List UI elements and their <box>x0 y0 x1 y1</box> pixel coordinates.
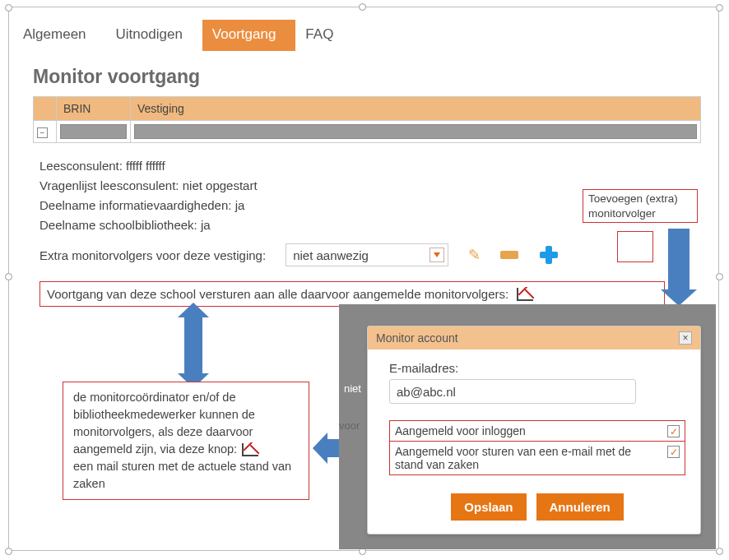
tab-uitnodigen[interactable]: Uitnodigen <box>106 20 202 51</box>
col-vestiging: Vestiging <box>131 97 701 121</box>
arrow-bi-vertical-icon <box>184 316 202 375</box>
checkbox-inloggen-row[interactable]: Aangemeld voor inloggen ✓ <box>389 420 685 442</box>
resize-handle-right[interactable] <box>716 273 723 280</box>
checkbox-checked-icon[interactable]: ✓ <box>667 446 680 458</box>
collapse-icon[interactable]: − <box>37 127 48 138</box>
save-button[interactable]: Opslaan <box>451 493 526 521</box>
send-progress-label: Voortgang van deze school versturen aan … <box>47 287 508 301</box>
checkbox-inloggen-label: Aangemeld voor inloggen <box>395 424 526 437</box>
table-row: − <box>34 121 701 143</box>
checkbox-checked-icon[interactable]: ✓ <box>667 425 680 437</box>
email-field[interactable] <box>389 379 636 404</box>
remove-icon[interactable] <box>500 251 518 259</box>
email-label: E-mailadres: <box>389 361 458 375</box>
col-brin: BRIN <box>57 97 131 121</box>
edit-icon[interactable]: ✎ <box>468 246 481 264</box>
dropdown-button[interactable] <box>430 248 444 262</box>
bg-strip-voor: voor <box>339 419 360 432</box>
brin-field[interactable] <box>60 124 127 139</box>
cancel-button[interactable]: Annuleren <box>536 493 624 521</box>
explain-text-prefix: de monitorcoördinator en/of de bibliothe… <box>73 391 255 456</box>
vestiging-table: BRIN Vestiging − <box>33 96 701 143</box>
resize-handle-tr[interactable] <box>716 4 723 12</box>
resize-handle-left[interactable] <box>5 273 12 280</box>
col-toggle <box>34 97 57 121</box>
resize-handle-tl[interactable] <box>5 4 12 12</box>
page-title: Monitor voortgang <box>33 66 701 88</box>
arrow-down-icon <box>668 229 690 291</box>
highlight-add-box <box>617 231 653 262</box>
tab-bar: Algemeen Uitnodigen Voortgang FAQ <box>13 20 713 51</box>
close-icon[interactable]: × <box>679 331 692 345</box>
dialog-title: Monitor account <box>376 331 458 345</box>
resize-handle-bl[interactable] <box>5 548 12 555</box>
tab-faq[interactable]: FAQ <box>295 20 353 51</box>
chart-icon-inline <box>242 443 258 456</box>
checkbox-email-row[interactable]: Aangemeld voor sturen van een e-mail met… <box>389 441 685 475</box>
explain-text-suffix: een mail sturen met de actuele stand van… <box>73 460 291 490</box>
tab-voortgang[interactable]: Voortgang <box>202 20 296 51</box>
dialog-titlebar: Monitor account × <box>368 326 700 349</box>
monitorvolgers-dropdown[interactable]: niet aanwezig <box>286 243 448 266</box>
callout-add-label: Toevoegen (extra) monitorvolger <box>583 189 698 223</box>
dropdown-value: niet aanwezig <box>293 248 369 262</box>
bg-strip-niet: niet <box>341 381 364 396</box>
monitor-account-dialog: Monitor account × E-mailadres: Aangemeld… <box>367 326 701 535</box>
chevron-down-icon <box>434 252 440 257</box>
vestiging-field[interactable] <box>134 124 697 139</box>
meta-leesconsulent: Leesconsulent: fffff ffffff <box>39 156 701 176</box>
checkbox-email-label: Aangemeld voor sturen van een e-mail met… <box>395 445 642 471</box>
send-progress-icon[interactable] <box>517 288 533 301</box>
send-progress-row: Voortgang van deze school versturen aan … <box>39 281 665 307</box>
tab-algemeen[interactable]: Algemeen <box>13 20 106 51</box>
explain-box: de monitorcoördinator en/of de bibliothe… <box>63 382 309 500</box>
resize-handle-top[interactable] <box>359 3 366 11</box>
resize-handle-br[interactable] <box>716 548 723 555</box>
add-icon[interactable] <box>538 244 560 266</box>
extra-label: Extra monitorvolgers voor deze vestiging… <box>39 248 266 262</box>
